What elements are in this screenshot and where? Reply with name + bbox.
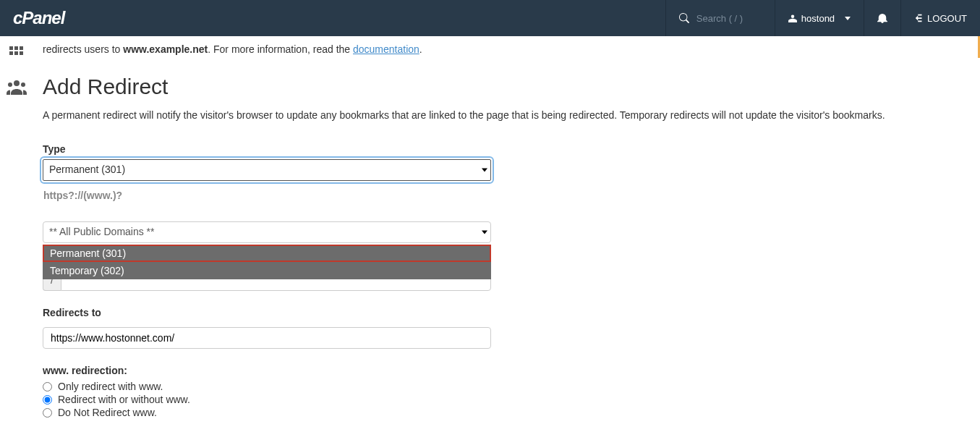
type-selected-value: Permanent (301) (49, 164, 125, 175)
www-radio-group: Only redirect with www. Redirect with or… (43, 381, 491, 418)
svg-rect-2 (20, 46, 23, 50)
www-radio-both-label: Redirect with or without www. (58, 394, 190, 405)
main-layout: redirects users to www.example.net. For … (0, 36, 980, 432)
www-radio-only[interactable]: Only redirect with www. (43, 381, 491, 392)
intro-period: . (419, 43, 422, 55)
www-radio-only-input[interactable] (43, 382, 52, 391)
topbar-left: cPanel (0, 8, 64, 28)
svg-rect-1 (14, 46, 18, 50)
bell-icon (877, 13, 887, 23)
svg-rect-0 (9, 46, 13, 50)
type-option-permanent[interactable]: Permanent (301) (43, 245, 491, 262)
logo-text: cPanel (13, 8, 64, 27)
username: hostond (801, 13, 835, 24)
page-subtitle: A permanent redirect will notify the vis… (43, 108, 958, 123)
www-radio-none-label: Do Not Redirect www. (58, 407, 157, 418)
cpanel-logo[interactable]: cPanel (13, 8, 64, 28)
page-title: Add Redirect (43, 75, 958, 99)
sidebar-item-users[interactable] (7, 79, 27, 97)
svg-point-6 (14, 80, 20, 86)
topbar: cPanel hostond LOGOUT (0, 0, 980, 36)
redirects-to-input[interactable] (43, 327, 491, 349)
sidebar-item-home[interactable] (8, 45, 25, 64)
https-label: https?://(www.)? (43, 190, 122, 201)
www-radio-none[interactable]: Do Not Redirect www. (43, 407, 491, 418)
form-section: Type Permanent (301) https?://(www.)? Pe… (43, 143, 491, 418)
redirects-to-label: Redirects to (43, 307, 491, 318)
logout-icon (914, 13, 924, 23)
type-select-wrap: Permanent (301) https?://(www.)? Permane… (43, 159, 491, 243)
domain-select[interactable]: ** All Public Domains ** (43, 221, 491, 243)
intro-prefix: redirects users to (43, 43, 123, 55)
www-redirect-label: www. redirection: (43, 365, 491, 376)
user-menu[interactable]: hostond (775, 0, 864, 36)
type-option-temporary[interactable]: Temporary (302) (43, 262, 491, 279)
type-select[interactable]: Permanent (301) (43, 159, 491, 181)
users-icon (7, 79, 27, 95)
www-radio-both[interactable]: Redirect with or without www. (43, 394, 491, 405)
user-icon (788, 14, 797, 22)
svg-rect-4 (14, 51, 18, 55)
content: redirects users to www.example.net. For … (33, 36, 969, 432)
intro-text: redirects users to www.example.net. For … (43, 42, 958, 57)
search-input[interactable] (696, 13, 762, 24)
svg-rect-5 (20, 51, 23, 55)
documentation-link[interactable]: documentation (353, 43, 419, 55)
chevron-down-icon (482, 231, 487, 234)
intro-suffix: . For more information, read the (208, 43, 353, 55)
search-icon (679, 13, 689, 23)
intro-domain: www.example.net (123, 43, 208, 55)
svg-point-7 (8, 82, 12, 87)
notifications-button[interactable] (864, 0, 900, 36)
topbar-right: hostond LOGOUT (665, 0, 980, 36)
chevron-down-icon (482, 169, 487, 172)
svg-point-8 (21, 82, 25, 87)
search-box[interactable] (665, 0, 775, 36)
www-radio-only-label: Only redirect with www. (58, 381, 163, 392)
domain-selected-value: ** All Public Domains ** (49, 226, 155, 237)
www-radio-none-input[interactable] (43, 408, 52, 418)
logout-button[interactable]: LOGOUT (900, 0, 980, 36)
logout-label: LOGOUT (927, 13, 967, 24)
www-radio-both-input[interactable] (43, 395, 52, 405)
type-dropdown: Permanent (301) Temporary (302) (43, 245, 491, 279)
chevron-down-icon (845, 17, 851, 20)
sidebar (0, 36, 33, 432)
type-label: Type (43, 143, 491, 155)
grid-icon (8, 45, 25, 62)
svg-rect-3 (9, 51, 13, 55)
